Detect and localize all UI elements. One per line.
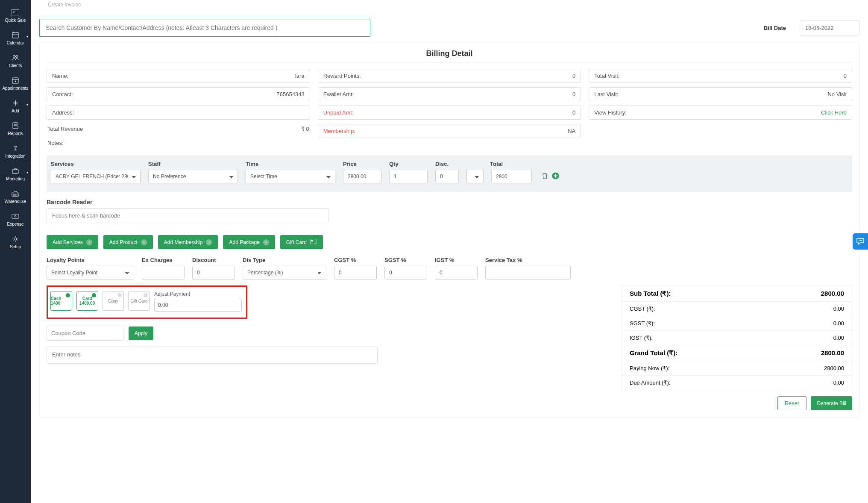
reports-icon xyxy=(12,122,19,129)
view-history-row[interactable]: View History:Click Here xyxy=(589,106,852,120)
add-membership-button[interactable]: Add Membership+ xyxy=(158,235,218,249)
igst-label: IGST % xyxy=(435,257,478,263)
marketing-icon xyxy=(12,167,19,175)
sgst-label: SGST % xyxy=(384,257,427,263)
nav-label: Marketing xyxy=(6,176,25,181)
hdr-time: Time xyxy=(246,161,335,167)
nav-appointments[interactable]: Appointments xyxy=(0,72,31,95)
hdr-staff: Staff xyxy=(148,161,238,167)
dtype-select[interactable]: Percentage (%) xyxy=(243,266,326,279)
time-select[interactable]: Select Time xyxy=(246,170,335,183)
integration-icon xyxy=(12,144,19,152)
adjust-input[interactable] xyxy=(154,299,242,312)
staff-select[interactable]: No Preference xyxy=(148,170,238,183)
sgst-input[interactable] xyxy=(384,266,427,279)
nav-setup[interactable]: Setup xyxy=(0,231,31,253)
nav-clients[interactable]: Clients xyxy=(0,50,31,72)
svc-label: Service Tax % xyxy=(485,257,571,263)
nav-calendar[interactable]: Calendar▾ xyxy=(0,27,31,50)
gift-card-button[interactable]: Gift Card xyxy=(280,235,323,249)
click-here-link: Click Here xyxy=(821,109,847,116)
caret-icon: ▾ xyxy=(26,171,28,174)
check-icon xyxy=(92,293,96,297)
disc-input[interactable] xyxy=(435,170,459,183)
svg-rect-0 xyxy=(12,9,19,15)
add-services-button[interactable]: Add Services+ xyxy=(47,235,98,249)
nav-label: Appointments xyxy=(2,86,28,91)
price-input[interactable] xyxy=(343,170,381,183)
pay-giftcard-button[interactable]: Gift Card xyxy=(128,291,150,311)
nav-label: Add xyxy=(12,109,19,113)
cgst-label: CGST % xyxy=(334,257,377,263)
last-visit-row: Last Visit:No Visit xyxy=(589,87,852,101)
add-package-button[interactable]: Add Package+ xyxy=(223,235,275,249)
total-input[interactable] xyxy=(491,170,532,183)
customer-search-input[interactable] xyxy=(39,19,370,37)
add-row-icon[interactable] xyxy=(552,172,559,181)
breadcrumb: Create Invoice xyxy=(39,0,859,11)
igst-input[interactable] xyxy=(435,266,478,279)
svg-rect-3 xyxy=(12,32,18,38)
plus-circle-icon: + xyxy=(206,239,212,245)
pay-card-button[interactable]: Card1400.00 xyxy=(76,291,98,311)
nav-label: Expense xyxy=(7,222,24,226)
payment-highlight: Cash 1400 Card1400.00 Gpay Gift Card Adj… xyxy=(47,285,247,319)
svg-point-7 xyxy=(13,56,15,58)
excharges-input[interactable] xyxy=(142,266,185,279)
nav-reports[interactable]: Reports xyxy=(0,118,31,140)
calendar-icon xyxy=(12,31,19,39)
coupon-input[interactable] xyxy=(47,326,123,341)
nav-add[interactable]: Add▾ xyxy=(0,95,31,118)
membership-row: Membership:NA xyxy=(318,124,581,138)
reset-button[interactable]: Reset xyxy=(777,396,806,410)
plus-circle-icon: + xyxy=(263,239,269,245)
barcode-label: Barcode Reader xyxy=(47,199,852,206)
billing-title: Billing Detail xyxy=(47,49,852,63)
adjust-label: Adjust Payment xyxy=(154,291,242,297)
svg-point-21 xyxy=(15,215,16,217)
chat-icon xyxy=(856,238,865,245)
svg-point-11 xyxy=(15,81,16,82)
nav-label: Integration xyxy=(5,154,25,159)
discount-input[interactable] xyxy=(192,266,235,279)
notes-input[interactable] xyxy=(47,347,378,364)
nav-expense[interactable]: Expense xyxy=(0,208,31,231)
pay-gpay-button[interactable]: Gpay xyxy=(103,291,124,311)
nav-warehouse[interactable]: Warehouse xyxy=(0,185,31,208)
hdr-total: Total xyxy=(490,161,531,167)
gear-icon xyxy=(12,235,19,243)
nav-label: Quick Sale xyxy=(5,18,26,23)
quick-sale-icon xyxy=(12,9,19,16)
dtype-label: Dis Type xyxy=(243,257,326,263)
svg-point-29 xyxy=(860,240,861,241)
sidebar: Quick Sale Calendar▾ Clients Appointment… xyxy=(0,0,31,503)
nav-quick-sale[interactable]: Quick Sale xyxy=(0,4,31,27)
add-product-button[interactable]: Add Product+ xyxy=(103,235,153,249)
delete-row-icon[interactable] xyxy=(542,173,548,181)
loyalty-label: Loyalty Points xyxy=(47,257,134,263)
svg-rect-19 xyxy=(16,194,17,196)
disc-type-select[interactable]: ₹ xyxy=(466,170,484,183)
name-row: Name:lara xyxy=(47,69,310,83)
totals-table: Sub Total (₹):2800.00 CGST (₹):0.00 SGST… xyxy=(622,285,852,390)
apply-coupon-button[interactable]: Apply xyxy=(129,327,153,340)
svg-rect-20 xyxy=(12,214,19,218)
svg-point-8 xyxy=(16,56,18,58)
qty-input[interactable] xyxy=(389,170,428,183)
service-select[interactable]: ACRY GEL FRENCH (Price: 2800.00) xyxy=(51,170,141,183)
svg-rect-27 xyxy=(311,240,313,241)
caret-icon: ▾ xyxy=(26,35,28,38)
pay-cash-button[interactable]: Cash 1400 xyxy=(50,291,72,311)
nav-integration[interactable]: Integration xyxy=(0,140,31,163)
nav-label: Calendar xyxy=(7,41,24,45)
loyalty-select[interactable]: Select Loyality Point xyxy=(47,266,134,279)
generate-bill-button[interactable]: Generate Bill xyxy=(811,396,852,410)
barcode-input[interactable] xyxy=(47,208,328,223)
bill-date-input[interactable] xyxy=(800,21,859,35)
nav-label: Setup xyxy=(10,244,21,249)
svc-input[interactable] xyxy=(485,266,571,279)
cgst-input[interactable] xyxy=(334,266,377,279)
radio-icon xyxy=(117,293,122,297)
nav-marketing[interactable]: Marketing▾ xyxy=(0,163,31,185)
chat-fab-button[interactable] xyxy=(853,233,868,250)
